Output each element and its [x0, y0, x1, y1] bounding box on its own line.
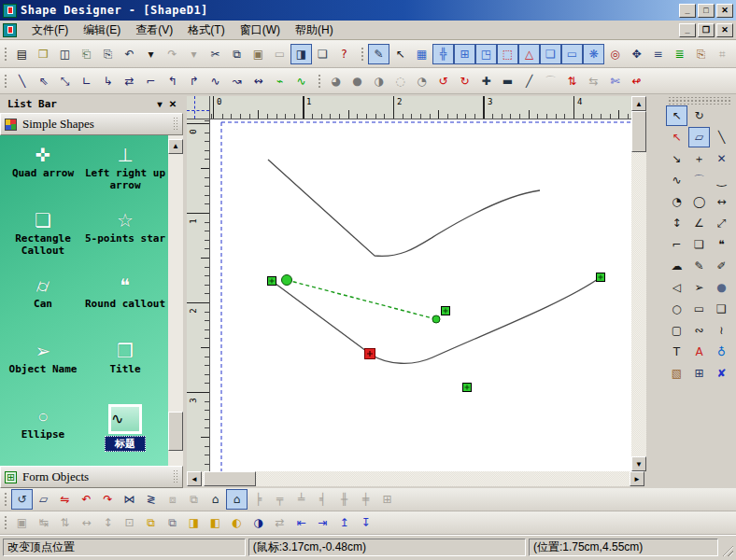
elbow-arrow-connector-tool[interactable]: ↳ — [97, 71, 119, 91]
selected-vertex-handle[interactable] — [365, 349, 375, 359]
align-bottom-button[interactable]: ╧ — [290, 489, 312, 510]
page-frame-button[interactable]: ▭ — [561, 44, 583, 64]
shape-ellipse[interactable]: ○ Ellipse — [2, 400, 84, 466]
curve-arrow-connector-tool[interactable]: ↝ — [226, 71, 248, 91]
same-height-button[interactable]: ↕ — [97, 512, 119, 533]
properties-button[interactable]: ≡ — [647, 44, 669, 64]
send-backward-button[interactable]: ◧ — [205, 512, 226, 533]
text-tool[interactable]: T — [666, 342, 687, 362]
scroll-up-icon[interactable]: ▲ — [168, 139, 183, 154]
simple-shapes-section[interactable]: Simple Shapes — [0, 113, 183, 135]
shape-object-name[interactable]: ➢ Object Name — [2, 335, 84, 400]
image-tool[interactable]: ▧ — [666, 363, 687, 384]
closed-curve-tool[interactable]: ◯ — [688, 191, 710, 212]
round-callout-tool[interactable]: ❝ — [711, 234, 732, 255]
scroll-thumb[interactable] — [631, 111, 646, 152]
curve-c-tool[interactable]: ‿ — [711, 170, 732, 190]
delete-tool[interactable]: ✘ — [711, 363, 732, 384]
guides-button[interactable]: ╬ — [432, 44, 454, 64]
ungroup-button[interactable]: ⧉ — [183, 489, 205, 510]
shape-can[interactable]: ⌭ Can — [2, 270, 84, 335]
combine-subtract-button[interactable]: ◌ — [389, 71, 411, 91]
panel-toggle-button[interactable]: ◨ — [290, 44, 312, 64]
document-icon[interactable] — [3, 23, 17, 37]
rounded-rect-tool[interactable]: ▢ — [666, 320, 687, 341]
align-top-button[interactable]: ╤ — [269, 489, 290, 510]
scroll-up-icon[interactable]: ▲ — [631, 96, 646, 111]
shape-caption[interactable]: ∿ 标题 — [84, 400, 166, 466]
glue-points-button[interactable]: ❋ — [583, 44, 604, 64]
step-connector-tool[interactable]: ⌐ — [140, 71, 162, 91]
curve-connector-tool[interactable]: ∿ — [205, 71, 226, 91]
same-width-button[interactable]: ↔ — [76, 512, 97, 533]
menu-view[interactable]: 查看(V) — [128, 21, 180, 40]
green-point-curve-connector-tool[interactable]: ∿ — [290, 71, 312, 91]
close-curve-button[interactable]: ↫ — [626, 71, 647, 91]
shape-title[interactable]: ❒ Title — [84, 335, 166, 400]
format-painter-button[interactable]: ⎘ — [690, 44, 712, 64]
shape-5-points-star[interactable]: ☆ 5-points star — [84, 204, 166, 270]
shape-left-right-up-arrow[interactable]: ⊥ Left right up arrow — [84, 139, 166, 204]
arc-endpoints-tool[interactable]: ⌒ — [688, 170, 710, 190]
lock-button[interactable]: ⌂ — [205, 489, 226, 510]
step-double-arrow-connector-tool[interactable]: ↱ — [183, 71, 205, 91]
scribble-region-tool[interactable]: ✐ — [711, 256, 732, 276]
mirror-h-button[interactable]: ⋈ — [119, 489, 140, 510]
scroll-left-icon[interactable]: ◄ — [187, 471, 202, 486]
arrow-connector-tool[interactable]: ⇖ — [33, 71, 54, 91]
cut-button[interactable]: ✂ — [205, 44, 226, 64]
group-button[interactable]: ⧈ — [162, 489, 183, 510]
toolbar-grip[interactable] — [4, 46, 8, 63]
reshape-curve-button[interactable]: ↻ — [454, 71, 475, 91]
pointer-select-button[interactable]: ↖ — [389, 44, 411, 64]
elbow-dimension-tool[interactable]: ⌐ — [666, 234, 687, 255]
palette-grip[interactable] — [667, 97, 732, 105]
import-shape-button[interactable]: ⎘ — [97, 44, 119, 64]
flip-swap-button[interactable]: ⇋ — [54, 489, 76, 510]
hyperlink-tool[interactable]: ♁ — [711, 342, 732, 362]
redo-dropdown[interactable]: ▾ — [183, 44, 205, 64]
angle-dimension-tool[interactable]: ∠ — [688, 213, 710, 233]
elbow-connector-tool[interactable]: ∟ — [76, 71, 97, 91]
rotate-pointer-tool[interactable]: ↻ — [688, 105, 710, 126]
scroll-thumb[interactable] — [204, 471, 256, 486]
form-objects-section[interactable]: ⊞ Form Objects — [0, 466, 183, 488]
edit-vertices-tool[interactable]: ▱ — [688, 127, 710, 147]
combine-intersect-button[interactable]: ◑ — [368, 71, 389, 91]
toolbar-grip[interactable] — [361, 46, 365, 63]
rectangle-tool[interactable]: ▭ — [688, 299, 710, 319]
tangent-handle-small[interactable] — [432, 315, 440, 323]
open-button[interactable]: ❒ — [33, 44, 54, 64]
list-scrollbar[interactable]: ▲ ▼ — [168, 135, 183, 466]
delete-vertex-button[interactable]: ▬ — [497, 71, 518, 91]
freehand-pen-tool[interactable]: ✎ — [688, 256, 710, 276]
pick-shape-button[interactable]: ❏ — [540, 44, 561, 64]
link-grid-button[interactable]: ⌗ — [712, 44, 733, 64]
polyline-tool[interactable]: ∿ — [666, 170, 687, 190]
toolbar-grip[interactable] — [4, 491, 8, 508]
horizontal-scrollbar[interactable]: ◄ ► — [187, 471, 644, 486]
green-point-line-connector-tool[interactable]: ⌁ — [269, 71, 290, 91]
diagonal-dimension-tool[interactable]: ⤢ — [711, 213, 732, 233]
menu-format[interactable]: 格式(T) — [180, 21, 232, 40]
convert-button[interactable]: ⇄ — [269, 512, 290, 533]
circle-tool[interactable]: ○ — [666, 299, 687, 319]
chevron-down-icon[interactable]: ▾ — [153, 97, 166, 110]
menu-help[interactable]: 帮助(H) — [288, 21, 341, 40]
toolbar-grip[interactable] — [4, 514, 8, 531]
selection-handles-button[interactable]: ⬚ — [497, 44, 518, 64]
toolbar-grip[interactable] — [318, 73, 322, 90]
zoom-button[interactable]: ◎ — [604, 44, 626, 64]
block-arrow-tool[interactable]: ◁ — [666, 277, 687, 298]
ruler-button[interactable]: ▭ — [269, 44, 290, 64]
v-spacing-button[interactable]: ⇅ — [54, 512, 76, 533]
freeform-tool[interactable]: ∾ — [688, 320, 710, 341]
menu-edit[interactable]: 编辑(E) — [76, 21, 128, 40]
line-connector-tool[interactable]: ╲ — [11, 71, 33, 91]
maximize-button[interactable]: □ — [698, 4, 715, 18]
h-dimension-tool[interactable]: ↔ — [711, 191, 732, 212]
layers-button[interactable]: ≣ — [669, 44, 690, 64]
mdi-restore-button[interactable]: ❐ — [698, 23, 715, 37]
design-mode-button[interactable]: ✎ — [368, 44, 389, 64]
mirror-v-button[interactable]: ≷ — [140, 489, 162, 510]
